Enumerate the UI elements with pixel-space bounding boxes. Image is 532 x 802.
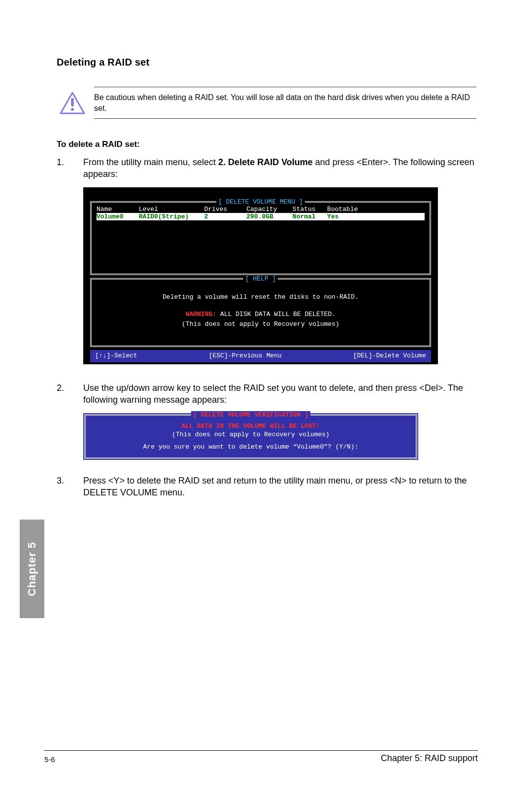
step-number: 2. [57,382,83,406]
bios-volume-row: Volume0 RAID0(Stripe) 2 298.0GB Normal Y… [97,213,425,220]
bios-footer-select: [↑↓]-Select [95,352,137,359]
chapter-tab-label: Chapter 5 [26,542,38,596]
subheading: To delete a RAID set: [57,139,476,149]
chapter-tab: Chapter 5 [20,520,44,618]
bios-footer-prev: [ESC]-Previous Menu [209,352,282,359]
step-number: 3. [57,475,83,499]
bios-warning-label: WARNING: [186,311,216,318]
verify-white-text: (This does not apply to Recovery volumes… [92,431,410,438]
bios-screenshot: [ DELETE VOLUME MENU ] Name Level Drives… [83,187,438,364]
verify-dialog: [ DELETE VOLUME VERIFICATION ] ALL DATA … [83,413,418,460]
step3-text: Press <Y> to delete the RAID set and ret… [83,475,476,499]
bios-volume-title: [ DELETE VOLUME MENU ] [216,198,305,206]
bios-help-note: (This does not apply to Recovery volumes… [97,319,425,330]
section-title: Deleting a RAID set [57,57,476,68]
step1-bold: 2. Delete RAID Volume [218,157,313,167]
step-1: 1. From the utility main menu, select 2.… [57,156,476,180]
verify-red-text: ALL DATA IN THE VOLUME WILL BE LOST! [92,422,410,430]
bios-volume-frame: [ DELETE VOLUME MENU ] Name Level Drives… [90,201,431,275]
verify-question: Are you sure you want to delete volume “… [92,443,410,451]
bios-column-headers: Name Level Drives Capacity Status Bootab… [97,206,425,213]
svg-point-2 [71,108,74,111]
verify-title: [ DELETE VOLUME VERIFICATION ] [191,411,310,418]
caution-text: Be cautious when deleting a RAID set. Yo… [94,92,476,113]
step-number: 1. [57,156,83,180]
bios-footer-delete: [DEL]-Delete Volume [353,352,426,359]
bios-help-frame: [ HELP ] Deleting a volume will reset th… [90,278,431,347]
svg-rect-1 [71,98,74,106]
step1-prefix: From the utility main menu, select [83,157,218,167]
caution-icon [60,92,85,114]
footer-chapter-title: Chapter 5: RAID support [381,753,478,764]
footer-divider [44,750,478,751]
bios-help-line1: Deleting a volume will reset the disks t… [97,292,425,303]
page-number: 5-6 [44,755,55,764]
step-2: 2. Use the up/down arrow key to select t… [57,382,476,406]
bios-help-title: [ HELP ] [243,275,278,282]
step-3: 3. Press <Y> to delete the RAID set and … [57,475,476,499]
bios-footer-bar: [↑↓]-Select [ESC]-Previous Menu [DEL]-De… [90,350,431,362]
step2-text: Use the up/down arrow key to select the … [83,382,476,406]
bios-warning-rest: ALL DISK DATA WILL BE DELETED. [216,311,335,318]
caution-block: Be cautious when deleting a RAID set. Yo… [57,87,476,119]
